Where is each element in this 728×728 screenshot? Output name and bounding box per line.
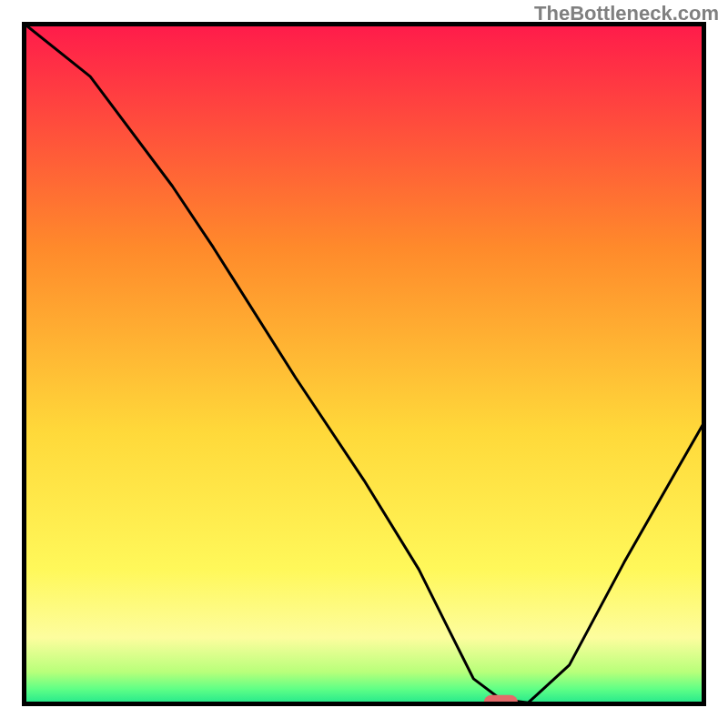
watermark-text: TheBottleneck.com [534,2,719,25]
chart-container: TheBottleneck.com [0,0,728,728]
plot-frame [22,22,706,706]
chart-svg [22,22,706,706]
